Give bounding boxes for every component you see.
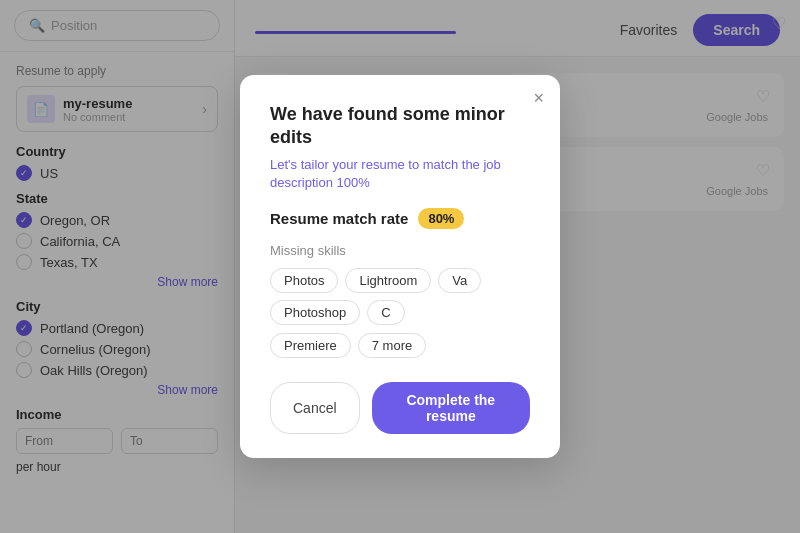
cancel-button[interactable]: Cancel: [270, 382, 360, 434]
skill-lightroom: Lightroom: [345, 268, 431, 293]
missing-skills-label: Missing skills: [270, 243, 530, 258]
more-skills-tag: 7 more: [358, 333, 426, 358]
skill-c: C: [367, 300, 404, 325]
skill-photos: Photos: [270, 268, 338, 293]
skill-premiere: Premiere: [270, 333, 351, 358]
match-rate-row: Resume match rate 80%: [270, 208, 530, 229]
skills-row-2: Premiere 7 more: [270, 333, 530, 358]
skill-photoshop: Photoshop: [270, 300, 360, 325]
modal-title: We have found some minor edits: [270, 103, 530, 150]
match-rate-label: Resume match rate: [270, 210, 408, 227]
modal-footer: Cancel Complete the resume: [270, 382, 530, 434]
modal-subtitle: Let's tailor your resume to match the jo…: [270, 156, 530, 192]
close-button[interactable]: ×: [533, 89, 544, 107]
skills-row: Photos Lightroom Va Photoshop C: [270, 268, 530, 325]
match-badge: 80%: [418, 208, 464, 229]
skill-va: Va: [438, 268, 481, 293]
complete-resume-button[interactable]: Complete the resume: [372, 382, 530, 434]
modal: × We have found some minor edits Let's t…: [240, 75, 560, 458]
modal-overlay: × We have found some minor edits Let's t…: [0, 0, 800, 533]
